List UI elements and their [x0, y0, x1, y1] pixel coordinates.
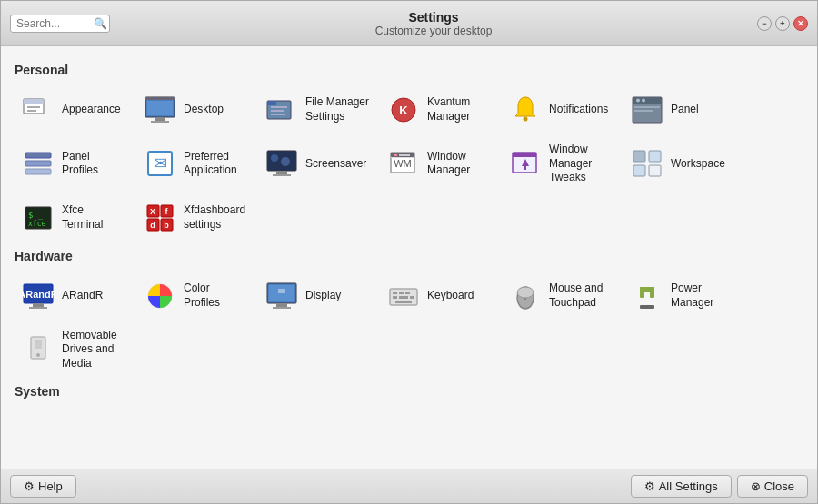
svg-rect-75	[395, 301, 412, 303]
panelprofiles-icon	[20, 145, 56, 182]
svg-rect-69	[393, 292, 397, 294]
item-notifications[interactable]: Notifications	[502, 86, 620, 133]
svg-rect-46	[649, 165, 661, 176]
item-windowmanager[interactable]: WM Window Manager	[380, 137, 498, 191]
svg-point-20	[642, 99, 645, 103]
panelprofiles-label: Panel Profiles	[62, 150, 127, 178]
item-xfceterminal[interactable]: $ _xfce Xfce Terminal	[15, 194, 133, 242]
svg-rect-30	[273, 174, 291, 176]
close-icon: ⊗	[751, 479, 761, 493]
keyboard-icon	[385, 278, 422, 314]
footer: ⚙ Help ⚙ All Settings ⊗ Close	[1, 469, 817, 503]
svg-rect-60	[29, 307, 47, 309]
svg-rect-11	[271, 106, 287, 108]
arandr-label: ARandR	[62, 289, 103, 303]
section-header-system: System	[15, 384, 803, 399]
svg-rect-22	[634, 110, 653, 112]
item-filemanager[interactable]: File Manager Settings	[258, 86, 376, 133]
item-desktop[interactable]: Desktop	[136, 86, 254, 133]
help-button[interactable]: ⚙ Help	[10, 475, 76, 498]
svg-rect-7	[151, 121, 169, 123]
search-input[interactable]	[16, 17, 94, 30]
item-panel[interactable]: Panel	[623, 86, 742, 133]
svg-rect-25	[25, 169, 51, 174]
svg-rect-74	[410, 296, 414, 299]
svg-point-19	[636, 99, 640, 103]
close-window-button[interactable]: ✕	[793, 16, 808, 31]
svg-rect-71	[405, 292, 410, 294]
filemanager-icon	[264, 92, 300, 128]
workspace-icon	[629, 145, 665, 182]
workspace-label: Workspace	[671, 157, 725, 172]
item-panelprofiles[interactable]: Panel Profiles	[15, 137, 133, 191]
item-colorprofiles[interactable]: Color Profiles	[136, 272, 254, 320]
item-display[interactable]: Display	[258, 272, 376, 320]
svg-rect-21	[634, 106, 660, 108]
all-settings-button[interactable]: ⚙ All Settings	[631, 475, 732, 498]
svg-text:d: d	[150, 221, 155, 230]
item-xfdashboard[interactable]: Xfdb Xfdashboard settings	[136, 194, 254, 242]
window-controls: − + ✕	[757, 16, 808, 31]
svg-point-31	[271, 154, 278, 162]
maximize-button[interactable]: +	[775, 16, 790, 31]
close-button[interactable]: ⊗ Close	[737, 475, 808, 498]
search-box[interactable]: 🔍	[10, 15, 110, 33]
svg-text:X: X	[150, 207, 155, 216]
item-appearance[interactable]: Appearance	[15, 86, 133, 133]
titlebar: 🔍 Settings Customize your desktop − + ✕	[1, 1, 817, 46]
panel-label: Panel	[671, 103, 699, 117]
svg-rect-12	[271, 110, 284, 112]
help-icon: ⚙	[24, 479, 35, 493]
svg-rect-24	[25, 161, 51, 166]
filemanager-label: File Manager Settings	[305, 95, 371, 124]
svg-text:ARandR: ARandR	[22, 289, 55, 300]
mouse-icon	[507, 278, 544, 314]
item-wmtweaks[interactable]: Window Manager Tweaks	[502, 137, 620, 191]
xfdashboard-icon: Xfdb	[142, 200, 178, 236]
kvantum-label: Kvantum Manager	[427, 95, 493, 124]
svg-rect-44	[649, 151, 661, 162]
xfceterminal-label: Xfce Terminal	[62, 203, 127, 232]
all-settings-label: All Settings	[659, 479, 718, 493]
close-label: Close	[764, 479, 794, 493]
item-mouse[interactable]: Mouse and Touchpad	[502, 272, 620, 320]
svg-text:$ _: $ _	[28, 211, 44, 220]
svg-rect-5	[145, 97, 175, 100]
minimize-button[interactable]: −	[757, 16, 772, 31]
svg-rect-13	[271, 114, 285, 115]
preferredapp-icon: ✉	[142, 145, 178, 182]
kvantum-icon: K	[385, 92, 422, 128]
appearance-icon	[20, 92, 56, 128]
svg-rect-6	[155, 117, 165, 121]
svg-text:✉: ✉	[154, 154, 167, 173]
main-content: Personal Appearance Desktop	[1, 46, 817, 469]
svg-point-16	[524, 117, 528, 122]
svg-rect-64	[276, 303, 287, 307]
allsettings-icon: ⚙	[644, 479, 655, 493]
xfceterminal-icon: $ _xfce	[20, 200, 56, 236]
power-icon	[629, 278, 665, 314]
help-label: Help	[38, 479, 63, 493]
xfdashboard-label: Xfdashboard settings	[184, 203, 249, 232]
svg-point-85	[36, 353, 40, 357]
svg-rect-84	[35, 340, 42, 349]
svg-rect-3	[27, 110, 36, 112]
svg-rect-8	[147, 101, 173, 115]
item-power[interactable]: Power Manager	[623, 272, 742, 320]
item-removable[interactable]: Removable Drives and Media	[15, 323, 133, 377]
desktop-icon	[142, 92, 178, 128]
appearance-label: Appearance	[62, 103, 121, 117]
svg-rect-73	[399, 296, 408, 299]
svg-rect-82	[640, 305, 654, 309]
item-screensaver[interactable]: Screensaver	[258, 137, 376, 191]
item-kvantum[interactable]: K Kvantum Manager	[380, 86, 498, 133]
notification-icon	[507, 92, 544, 128]
item-preferredapp[interactable]: ✉ Preferred Application	[136, 137, 254, 191]
svg-text:xfce: xfce	[28, 220, 45, 228]
item-arandr[interactable]: ARandR ARandR	[15, 272, 133, 320]
svg-rect-2	[27, 106, 40, 108]
item-workspace[interactable]: Workspace	[623, 137, 742, 191]
item-keyboard[interactable]: Keyboard	[380, 272, 498, 320]
window-subtitle: Customize your desktop	[375, 25, 493, 37]
svg-rect-10	[267, 101, 276, 105]
